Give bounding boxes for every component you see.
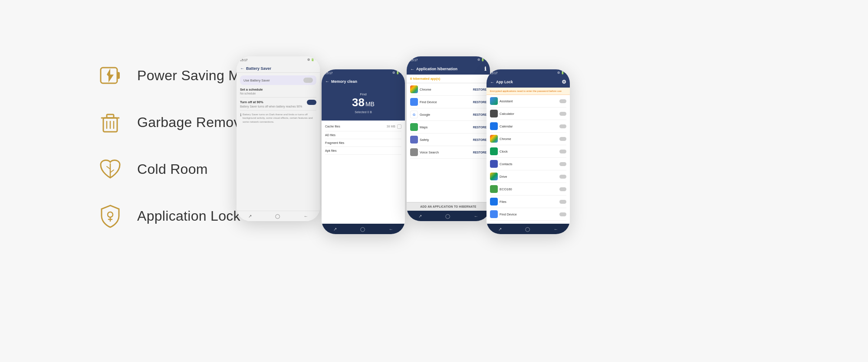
status-bar-3: 15:17 ⚙ 🔋+ (407, 56, 490, 63)
hibernate-info-icon[interactable]: ℹ (484, 66, 487, 72)
use-battery-saver-row[interactable]: Use Battery Saver (240, 75, 316, 85)
turnoff-toggle[interactable] (307, 100, 316, 105)
battery-saver-toggle[interactable] (303, 78, 313, 83)
google-icon: G (410, 111, 418, 118)
applock-header: ← App Lock ⚙ (487, 76, 570, 88)
drive-name: Drive (500, 175, 507, 179)
finddevice-toggle[interactable] (559, 212, 566, 216)
applock-calendar[interactable]: Calendar (490, 120, 566, 133)
hibernate-back-icon[interactable]: ← (410, 67, 414, 72)
assistant-toggle[interactable] (559, 99, 566, 103)
nav-bar-4: ↗ ◯ ← (487, 224, 570, 234)
applock-chrome-name: Chrome (500, 137, 511, 141)
google-restore-btn[interactable]: RESTORE (473, 113, 487, 116)
eco-toggle[interactable] (559, 187, 566, 191)
hibernate-header: ← Application hibernation ℹ (407, 63, 490, 75)
applock-calculator[interactable]: Calculator (490, 108, 566, 120)
nav-share-3[interactable]: ↗ (418, 214, 422, 219)
status-time-1: 15:17 (240, 59, 248, 62)
assistant-icon (490, 97, 498, 105)
cache-files-item[interactable]: Cache files 38 MB (325, 122, 401, 131)
phone-app-lock: 15:17 ⚙ 🔋+ ← App Lock ⚙ Encrypted applic… (487, 69, 570, 234)
safety-restore-btn[interactable]: RESTORE (473, 138, 487, 141)
leaf-icon (95, 154, 125, 184)
battery-saver-screen: ← Battery Saver Use Battery Saver Set a … (237, 63, 320, 221)
memory-size-display: 38 MB (325, 96, 401, 109)
clock-toggle[interactable] (559, 150, 566, 153)
hibernate-finddevice[interactable]: Find Device RESTORE (410, 96, 487, 108)
nav-home-4[interactable]: ◯ (525, 227, 530, 232)
drive-toggle[interactable] (559, 175, 566, 179)
applock-app-list: Assistant Calculator Calendar (487, 95, 570, 224)
contacts-toggle[interactable] (559, 162, 566, 166)
maps-restore-btn[interactable]: RESTORE (473, 126, 487, 129)
chrome-toggle[interactable] (559, 137, 566, 141)
calendar-toggle[interactable] (559, 124, 566, 128)
status-icons-4: ⚙ 🔋+ (557, 71, 566, 75)
contacts-icon (490, 160, 498, 168)
calculator-name: Calculator (500, 112, 514, 116)
phone-memory-clean: 15:17 ⚙ 🔋+ ← Memory clean Find 38 MB Sel… (322, 69, 405, 234)
calendar-icon (490, 122, 498, 130)
fragment-files-item[interactable]: Fragment files (325, 139, 401, 147)
svg-rect-5 (107, 114, 114, 118)
turnoff-section: Turn off at 90% Battery Saver turns off … (240, 100, 316, 108)
applock-assistant[interactable]: Assistant (490, 95, 566, 108)
nav-share-4[interactable]: ↗ (498, 227, 502, 232)
nav-share-2[interactable]: ↗ (333, 227, 337, 232)
nav-back-2[interactable]: ← (389, 227, 393, 232)
nav-home-3[interactable]: ◯ (445, 214, 450, 219)
clock-name: Clock (500, 150, 508, 153)
ad-files-label: AD files (325, 134, 335, 137)
hibernate-maps[interactable]: Maps RESTORE (410, 121, 487, 134)
applock-warning: Encrypted applications need to enter the… (487, 88, 570, 95)
nav-bar-3: ↗ ◯ ← (407, 211, 490, 221)
schedule-section: Set a schedule No schedule (240, 88, 316, 95)
calculator-toggle[interactable] (559, 112, 566, 116)
hibernate-google[interactable]: G Google RESTORE (410, 108, 487, 121)
apk-files-label: Apk files (325, 149, 336, 152)
back-arrow-1: ← (240, 66, 244, 71)
applock-files[interactable]: Files (490, 196, 566, 208)
memory-back-icon[interactable]: ← (325, 79, 329, 84)
finddevice-restore-btn[interactable]: RESTORE (473, 101, 487, 104)
applock-clock[interactable]: Clock (490, 145, 566, 158)
ad-files-item[interactable]: AD files (325, 131, 401, 139)
status-time-4: 15:17 (490, 72, 498, 75)
status-icons-1: ⚙ 🔋+ (307, 58, 316, 62)
files-icon (490, 198, 498, 205)
safety-icon (410, 136, 418, 143)
nav-back-icon[interactable]: ← (304, 214, 308, 219)
applock-drive[interactable]: Drive (490, 170, 566, 183)
cache-checkbox[interactable] (397, 124, 401, 129)
voicesearch-restore-btn[interactable]: RESTORE (473, 151, 487, 154)
memory-title: Memory clean (331, 79, 357, 84)
nav-back-4[interactable]: ← (554, 227, 558, 232)
memory-number: 38 (352, 96, 365, 109)
nav-home-2[interactable]: ◯ (360, 227, 365, 232)
hibernate-add-btn[interactable]: ADD AN APPLICATION TO HIBERNATE (407, 202, 490, 211)
fragment-files-label: Fragment files (325, 141, 344, 144)
battery-info-text: Battery Saver turns on Dark theme and li… (243, 113, 316, 124)
applock-settings-icon[interactable]: ⚙ (562, 79, 566, 85)
applock-contacts[interactable]: Contacts (490, 158, 566, 170)
hibernate-count: 6 hibernated app(s) (407, 75, 490, 83)
turnoff-desc: Battery Saver turns off when battery rea… (240, 105, 316, 108)
nav-home-icon[interactable]: ◯ (275, 214, 280, 219)
applock-finddevice[interactable]: Find Device (490, 208, 566, 221)
hibernate-safety[interactable]: Safety RESTORE (410, 134, 487, 146)
applock-back-icon[interactable]: ← (490, 80, 494, 85)
files-toggle[interactable] (559, 200, 566, 204)
applock-chrome[interactable]: Chrome (490, 133, 566, 145)
safety-name: Safety (420, 138, 429, 142)
nav-back-3[interactable]: ← (474, 214, 478, 219)
shield-icon (95, 201, 125, 231)
chrome-restore-btn[interactable]: RESTORE (473, 88, 487, 91)
battery-header: ← Battery Saver (237, 63, 320, 73)
schedule-title: Set a schedule (240, 88, 316, 91)
hibernate-chrome[interactable]: Chrome RESTORE (410, 83, 487, 96)
apk-files-item[interactable]: Apk files (325, 147, 401, 155)
applock-eco[interactable]: ECO160 (490, 183, 566, 196)
nav-share-icon[interactable]: ↗ (248, 214, 252, 219)
hibernate-voicesearch[interactable]: Voice Search RESTORE (410, 146, 487, 159)
